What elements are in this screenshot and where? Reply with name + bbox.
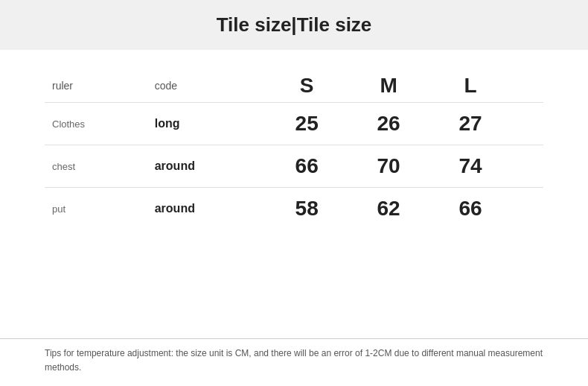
row-0-s: 25 [266, 103, 348, 145]
row-0-extra [511, 103, 543, 145]
row-0-m: 26 [348, 103, 429, 145]
row-0-code: long [147, 103, 266, 145]
code-label: code [155, 80, 177, 92]
ruler-label: ruler [52, 80, 73, 92]
row-1-m: 70 [348, 145, 429, 188]
table-row: Clothes long 25 26 27 [45, 103, 543, 145]
l-label: L [464, 74, 476, 97]
row-1-l: 74 [429, 145, 511, 188]
row-2-extra [511, 188, 543, 230]
row-1-code: around [147, 145, 266, 188]
size-table: ruler code S M L Clothes long [45, 65, 543, 230]
m-label: M [380, 74, 397, 97]
page-title: Tile size|Tile size [0, 0, 588, 50]
table-row: chest around 66 70 74 [45, 145, 543, 188]
row-1-ruler: chest [45, 145, 147, 188]
s-header: S [266, 65, 348, 103]
extra-header [511, 65, 543, 103]
ruler-header: ruler [45, 65, 147, 103]
l-header: L [429, 65, 511, 103]
s-label: S [300, 74, 314, 97]
row-2-code: around [147, 188, 266, 230]
m-header: M [348, 65, 429, 103]
row-2-m: 62 [348, 188, 429, 230]
code-header: code [147, 65, 266, 103]
main-content: ruler code S M L Clothes long [0, 50, 588, 338]
tip-text: Tips for temperature adjustment: the siz… [45, 348, 543, 373]
row-2-s: 58 [266, 188, 348, 230]
footer-tip: Tips for temperature adjustment: the siz… [0, 338, 588, 386]
row-1-extra [511, 145, 543, 188]
row-2-ruler: put [45, 188, 147, 230]
table-row: put around 58 62 66 [45, 188, 543, 230]
row-2-l: 66 [429, 188, 511, 230]
row-0-l: 27 [429, 103, 511, 145]
title-text: Tile size|Tile size [217, 13, 372, 36]
row-1-s: 66 [266, 145, 348, 188]
row-0-ruler: Clothes [45, 103, 147, 145]
